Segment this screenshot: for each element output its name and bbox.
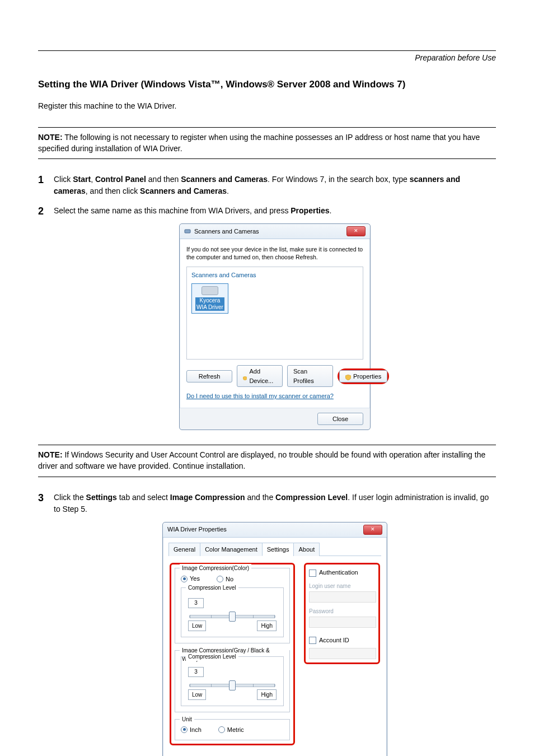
label-password: Password — [309, 607, 375, 615]
dialog-wia-properties: WIA Driver Properties ✕ General Color Ma… — [162, 522, 387, 756]
close-button[interactable]: ✕ — [346, 226, 366, 236]
label-low: Low — [188, 620, 206, 631]
slider-thumb[interactable] — [229, 680, 236, 690]
tab-settings[interactable]: Settings — [262, 543, 294, 557]
step-1: Click Start, Control Panel and then Scan… — [38, 174, 496, 197]
help-link[interactable]: Do I need to use this to install my scan… — [186, 391, 334, 401]
radio-yes[interactable]: Yes — [181, 574, 200, 584]
note-text: The following is not necessary to regist… — [38, 133, 480, 153]
checkbox-icon — [309, 637, 316, 644]
shield-icon — [243, 374, 247, 379]
dialog-title: Scanners and Cameras — [194, 227, 259, 236]
account-id-checkbox[interactable]: Account ID — [309, 636, 375, 645]
add-device-button[interactable]: Add Device... — [237, 365, 283, 387]
radio-icon — [181, 576, 188, 582]
input-account-id[interactable] — [309, 648, 376, 659]
group-compression-level-gray: Compression Level 3 Low High — [181, 656, 284, 706]
radio-inch[interactable]: Inch — [181, 725, 202, 735]
radio-icon — [218, 726, 225, 733]
radio-icon — [217, 576, 223, 582]
input-login-user-name[interactable] — [309, 591, 376, 603]
group-image-compression-gray: Image Compression(Gray / Black & White) … — [175, 650, 290, 712]
highlight-box-right: Authentication Login user name Password … — [304, 563, 380, 664]
label-low: Low — [188, 689, 206, 700]
dialog-titlebar: WIA Driver Properties ✕ — [163, 522, 387, 538]
group-compression-level-color: Compression Level 3 Low High — [181, 587, 284, 637]
tab-about[interactable]: About — [293, 543, 320, 557]
section-heading: Setting the WIA Driver (Windows Vista™, … — [38, 79, 496, 90]
scanner-icon — [202, 286, 218, 295]
dialog-scanners-cameras: Scanners and Cameras ✕ If you do not see… — [179, 223, 371, 430]
running-head: Preparation before Use — [38, 53, 496, 62]
highlight-box-left: Image Compression(Color) Yes No Compress… — [170, 563, 295, 745]
label-high: High — [257, 620, 277, 631]
note-box-1: NOTE: The following is not necessary to … — [38, 127, 496, 159]
level-value-gray: 3 — [188, 667, 204, 677]
input-password[interactable] — [309, 617, 376, 628]
tab-general[interactable]: General — [168, 543, 200, 557]
compression-slider-gray[interactable] — [189, 684, 275, 687]
group-legend: Scanners and Cameras — [191, 270, 358, 280]
app-icon — [184, 228, 191, 235]
note-text: If Windows Security and User Account Con… — [38, 450, 485, 470]
dialog-titlebar: Scanners and Cameras ✕ — [180, 224, 370, 239]
slider-thumb[interactable] — [229, 612, 236, 622]
radio-icon — [181, 726, 188, 733]
note-label: NOTE: — [38, 133, 63, 142]
refresh-button[interactable]: Refresh — [186, 370, 232, 383]
note-box-2: NOTE: If Windows Security and User Accou… — [38, 445, 496, 477]
dialog-title: WIA Driver Properties — [167, 525, 227, 534]
svg-rect-0 — [185, 230, 190, 233]
dialog-hint-text: If you do not see your device in the lis… — [186, 246, 363, 261]
note-label: NOTE: — [38, 450, 63, 459]
intro-paragraph: Register this machine to the WIA Driver. — [38, 101, 496, 110]
radio-metric[interactable]: Metric — [218, 725, 244, 735]
scan-profiles-button[interactable]: Scan Profiles — [287, 365, 333, 387]
close-dialog-button[interactable]: Close — [317, 413, 363, 426]
compression-slider-color[interactable] — [189, 615, 275, 618]
label-high: High — [257, 689, 277, 700]
step-3: Click the Settings tab and select Image … — [38, 492, 496, 756]
group-image-compression-color: Image Compression(Color) Yes No Compress… — [175, 568, 290, 643]
shield-icon — [345, 374, 351, 379]
group-unit: Unit Inch Metric — [175, 719, 290, 741]
device-item[interactable]: Kyocera WIA Driver — [191, 283, 228, 314]
auth-checkbox[interactable]: Authentication — [309, 568, 375, 577]
checkbox-icon — [309, 570, 316, 577]
tab-color-management[interactable]: Color Management — [200, 543, 263, 557]
highlight-circle: Properties — [338, 368, 389, 385]
close-button[interactable]: ✕ — [363, 525, 382, 535]
radio-no[interactable]: No — [217, 574, 233, 584]
step-2: Select the same name as this machine fro… — [38, 205, 496, 430]
properties-button[interactable]: Properties — [339, 370, 387, 383]
level-value-color: 3 — [188, 598, 204, 608]
tab-strip: General Color Management Settings About — [168, 542, 381, 557]
label-login-user-name: Login user name — [309, 582, 375, 590]
